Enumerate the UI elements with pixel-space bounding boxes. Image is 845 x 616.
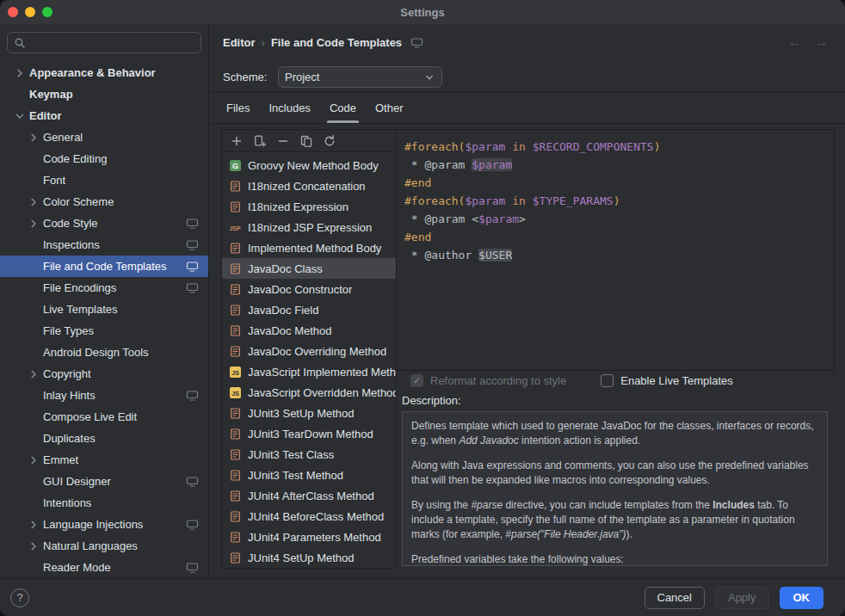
screen-icon [186,519,199,531]
remove-template-icon[interactable] [276,134,290,148]
tab-files[interactable]: Files [217,92,259,123]
template-item-javadoc-constructor[interactable]: JavaDoc Constructor [222,279,396,299]
settings-search-field[interactable] [7,32,201,53]
reset-templates-icon[interactable] [323,134,336,148]
sidebar-item-label: Duplicates [43,432,96,445]
sidebar-item-label: File and Code Templates [43,260,167,273]
template-item-junit4-parameters-method[interactable]: JUnit4 Parameters Method [222,527,396,547]
template-item-javascript-implemented-method[interactable]: JSJavaScript Implemented Method [222,361,396,382]
template-item-implemented-method-body[interactable]: Implemented Method Body [222,237,396,258]
template-item-i18nized-expression[interactable]: I18nized Expression [222,196,396,217]
template-item-label: Groovy New Method Body [248,159,379,172]
sidebar-item-gui-designer[interactable]: GUI Designer [0,471,208,492]
apply-button[interactable]: Apply [715,587,769,609]
template-file-icon [227,180,243,193]
chevron-right-icon[interactable] [26,454,40,466]
chevron-right-icon[interactable] [26,368,40,380]
sidebar-item-appearance-behavior[interactable]: Appearance & Behavior [0,62,208,83]
template-item-junit4-setup-method[interactable]: JUnit4 SetUp Method [222,547,396,568]
sidebar-item-file-and-code-templates[interactable]: File and Code Templates [0,256,208,277]
sidebar-item-color-scheme[interactable]: Color Scheme [0,191,208,213]
breadcrumb-item-editor[interactable]: Editor [223,36,256,49]
sidebar-item-reader-mode[interactable]: Reader Mode [0,557,208,578]
sidebar-item-android-design-tools[interactable]: Android Design Tools [0,342,208,363]
code-line: #end [404,228,834,246]
chevron-right-icon[interactable] [26,519,40,531]
reformat-label: Reformat according to style [430,374,566,387]
template-options: ✓ Reformat according to style Enable Liv… [410,374,733,387]
sidebar-item-general[interactable]: General [0,126,208,148]
template-item-i18nized-concatenation[interactable]: I18nized Concatenation [222,176,396,196]
sidebar-item-keymap[interactable]: Keymap [0,83,208,105]
footer: ? Cancel Apply OK [0,578,845,616]
template-list-toolbar [222,130,396,152]
reformat-checkbox-group[interactable]: ✓ Reformat according to style [410,374,566,387]
chevron-right-icon[interactable] [12,67,27,79]
template-item-javascript-overridden-method[interactable]: JSJavaScript Overridden Method [222,382,396,403]
chevron-down-icon[interactable] [12,110,27,122]
template-item-junit4-afterclass-method[interactable]: JUnit4 AfterClass Method [222,485,396,506]
sidebar-item-code-editing[interactable]: Code Editing [0,148,208,169]
template-item-junit3-setup-method[interactable]: JUnit3 SetUp Method [222,403,396,423]
template-item-label: JUnit4 SetUp Method [248,551,355,564]
sidebar-item-compose-live-edit[interactable]: Compose Live Edit [0,406,208,428]
sidebar-item-code-style[interactable]: Code Style [0,213,208,234]
search-input[interactable] [30,36,194,49]
sidebar-item-label: Keymap [29,88,73,101]
cancel-button[interactable]: Cancel [645,587,705,609]
sidebar-item-intentions[interactable]: Intentions [0,492,208,514]
description-box[interactable]: Defines template which used to generate … [402,411,828,566]
sidebar-item-font[interactable]: Font [0,169,208,191]
minimize-window-button[interactable] [25,7,35,17]
settings-content: Editor › File and Code Templates ← → Sch… [210,24,845,578]
sidebar-item-duplicates[interactable]: Duplicates [0,428,208,449]
sidebar-item-inlay-hints[interactable]: Inlay Hints [0,385,208,406]
chevron-right-icon[interactable] [26,132,40,144]
tab-code[interactable]: Code [320,92,366,123]
sidebar-item-file-encodings[interactable]: File Encodings [0,277,208,299]
add-template-icon[interactable] [230,134,244,148]
template-item-i18nized-jsp-expression[interactable]: JSPI18nized JSP Expression [222,217,396,237]
sidebar-item-editor[interactable]: Editor [0,105,208,126]
sidebar-item-file-types[interactable]: File Types [0,320,208,342]
template-item-junit4-beforeclass-method[interactable]: JUnit4 BeforeClass Method [222,506,396,527]
live-templates-checkbox[interactable] [601,374,614,387]
svg-text:JS: JS [231,390,238,397]
chevron-right-icon[interactable] [26,196,40,208]
template-item-label: JavaDoc Constructor [248,283,352,296]
help-button[interactable]: ? [10,588,29,607]
template-item-label: JUnit4 Parameters Method [248,531,381,544]
chevron-right-icon[interactable] [26,540,40,552]
chevron-right-icon[interactable] [26,218,40,230]
sidebar-item-emmet[interactable]: Emmet [0,449,208,471]
sidebar-item-copyright[interactable]: Copyright [0,363,208,385]
template-item-javadoc-class[interactable]: JavaDoc Class [222,258,396,279]
code-line: #end [404,174,834,192]
template-item-groovy-new-method-body[interactable]: GGroovy New Method Body [222,155,396,176]
sidebar-item-language-injections[interactable]: Language Injections [0,514,208,535]
create-child-template-icon[interactable] [253,134,267,148]
template-item-javadoc-field[interactable]: JavaDoc Field [222,299,396,320]
template-editor[interactable]: #foreach($param in $RECORD_COMPONENTS) *… [396,129,835,371]
template-item-javadoc-method[interactable]: JavaDoc Method [222,320,396,341]
ok-button[interactable]: OK [780,587,824,609]
live-templates-checkbox-group[interactable]: Enable Live Templates [601,374,733,387]
reformat-checkbox[interactable]: ✓ [410,374,423,387]
chevron-spacer [26,153,40,165]
sidebar-item-live-templates[interactable]: Live Templates [0,299,208,320]
close-window-button[interactable] [8,7,18,17]
tab-includes[interactable]: Includes [259,92,319,123]
chevron-spacer [26,325,40,337]
tab-other[interactable]: Other [366,92,413,123]
scheme-select[interactable]: Project [278,66,442,88]
template-item-junit3-test-method[interactable]: JUnit3 Test Method [222,465,396,485]
zoom-window-button[interactable] [42,7,52,17]
sidebar-item-inspections[interactable]: Inspections [0,234,208,256]
template-item-junit3-teardown-method[interactable]: JUnit3 TearDown Method [222,423,396,444]
back-button[interactable]: ← [788,34,801,49]
template-item-junit3-test-class[interactable]: JUnit3 Test Class [222,444,396,465]
template-item-javadoc-overriding-method[interactable]: JavaDoc Overriding Method [222,341,396,361]
copy-template-icon[interactable] [299,134,313,148]
sidebar-item-natural-languages[interactable]: Natural Languages [0,535,208,557]
forward-button[interactable]: → [815,34,828,49]
